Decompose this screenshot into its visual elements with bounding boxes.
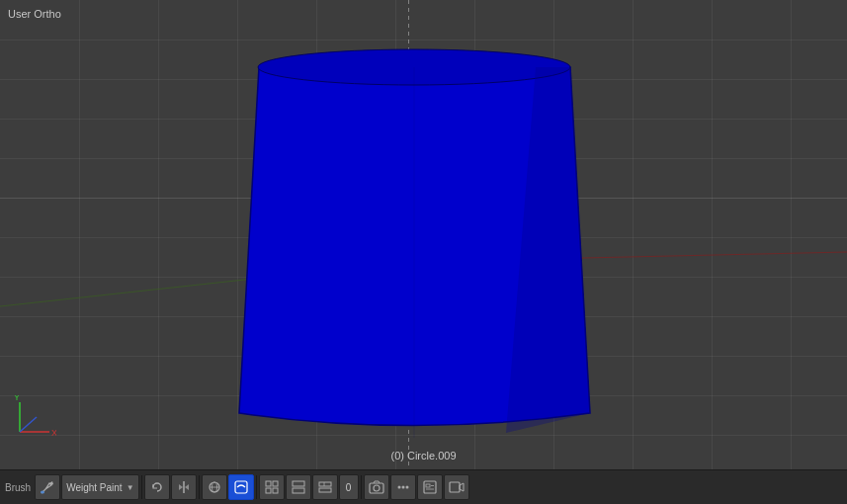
camera-btn[interactable] [364,474,389,500]
svg-rect-17 [273,488,278,493]
svg-rect-20 [319,482,331,486]
svg-point-27 [405,486,408,489]
grid-btn-1[interactable] [259,474,285,500]
svg-rect-21 [319,488,331,492]
grid-btn-2[interactable] [286,474,311,500]
brush-icon-btn[interactable] [35,474,60,500]
zero-btn[interactable]: 0 [339,474,359,500]
separator-4 [361,475,362,499]
rotate-left-btn[interactable] [144,474,170,500]
svg-rect-32 [450,482,460,492]
separator-2 [199,475,200,499]
svg-point-26 [401,486,404,489]
svg-point-24 [374,485,380,491]
video-btn[interactable] [444,474,469,500]
separator-3 [256,475,257,499]
brush-label: Brush [2,474,34,500]
toolbar: Brush Weight Paint ▼ [0,469,847,504]
weight-paint-dropdown[interactable]: Weight Paint ▼ [61,474,138,500]
svg-rect-18 [293,481,304,486]
object-label: (0) Circle.009 [390,450,456,462]
svg-rect-13 [235,481,247,493]
dropdown-arrow: ▼ [127,483,134,492]
dots-btn[interactable] [390,474,416,500]
mirror-btn[interactable] [171,474,197,500]
grid-group [259,474,338,500]
svg-point-8 [41,491,44,494]
sphere-btn[interactable] [202,474,227,500]
view-label: User Ortho [8,8,61,20]
rotate-group [144,474,197,500]
grid-btn-3[interactable] [312,474,338,500]
svg-rect-29 [426,484,430,487]
svg-point-25 [397,486,400,489]
viewport[interactable]: User Ortho (0) Circle.009 X Y [0,0,847,469]
svg-rect-19 [293,488,304,493]
options-btn[interactable] [417,474,443,500]
svg-rect-16 [266,488,271,493]
render-group [364,474,469,500]
weight-paint-label: Weight Paint [66,482,123,493]
svg-rect-14 [266,481,271,486]
svg-rect-15 [273,481,278,486]
separator-1 [141,475,142,499]
smooth-active-btn[interactable] [228,474,254,500]
bucket-object [229,47,600,438]
